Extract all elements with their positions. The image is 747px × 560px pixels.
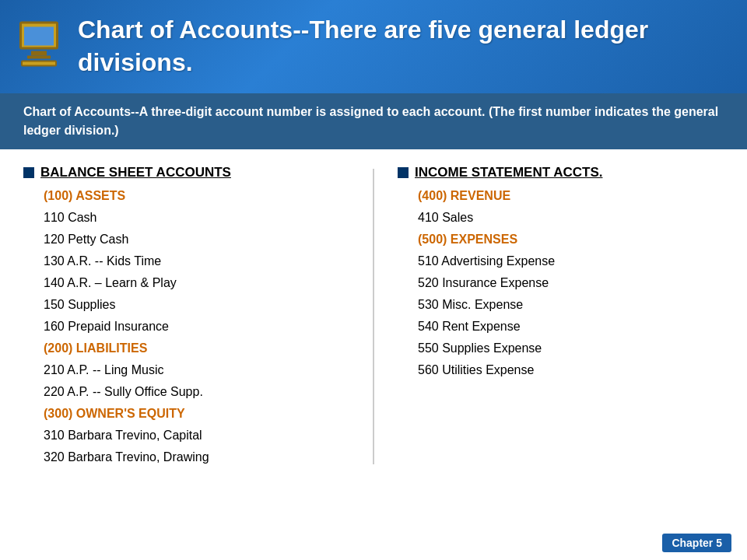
header-banner: Chart of Accounts--There are five genera…: [0, 0, 747, 93]
list-item: 160 Prepaid Insurance: [44, 316, 349, 338]
left-column-title: BALANCE SHEET ACCOUNTS: [40, 165, 231, 180]
list-item: (500) EXPENSES: [418, 229, 724, 250]
list-item: 310 Barbara Trevino, Capital: [44, 425, 349, 446]
page-number: Chapter 5: [662, 534, 731, 552]
list-item: 410 Sales: [418, 207, 724, 229]
left-column-header: BALANCE SHEET ACCOUNTS: [23, 165, 349, 180]
list-item: 220 A.P. -- Sully Office Supp.: [44, 381, 349, 403]
list-item: 130 A.R. -- Kids Time: [44, 250, 349, 272]
list-item: 530 Misc. Expense: [418, 294, 724, 316]
list-item: 210 A.P. -- Ling Music: [44, 359, 349, 381]
right-column-header: INCOME STATEMENT ACCTS.: [398, 165, 724, 180]
right-account-list: (400) REVENUE410 Sales(500) EXPENSES510 …: [418, 185, 724, 381]
list-item: 560 Utilities Expense: [418, 359, 724, 381]
list-item: 120 Petty Cash: [44, 229, 349, 250]
bullet-icon: [23, 167, 34, 178]
list-item: 550 Supplies Expense: [418, 338, 724, 359]
left-account-list: (100) ASSETS110 Cash120 Petty Cash130 A.…: [44, 185, 349, 468]
list-item: 150 Supplies: [44, 294, 349, 316]
sub-header-text: Chart of Accounts--A three-digit account…: [23, 105, 718, 137]
bullet-icon-right: [398, 167, 409, 178]
list-item: 520 Insurance Expense: [418, 272, 724, 294]
list-item: (100) ASSETS: [44, 185, 349, 207]
list-item: 510 Advertising Expense: [418, 250, 724, 272]
column-divider: [373, 169, 374, 464]
content-area: BALANCE SHEET ACCOUNTS (100) ASSETS110 C…: [0, 149, 747, 484]
computer-icon: [12, 18, 70, 76]
list-item: (200) LIABILITIES: [44, 338, 349, 359]
left-column: BALANCE SHEET ACCOUNTS (100) ASSETS110 C…: [23, 165, 349, 468]
list-item: 540 Rent Expense: [418, 316, 724, 338]
list-item: 320 Barbara Trevino, Drawing: [44, 446, 349, 468]
slide: 6 Chart of Accounts--There are five gene…: [0, 0, 747, 560]
slide-title: Chart of Accounts--There are five genera…: [78, 14, 724, 79]
list-item: 140 A.R. – Learn & Play: [44, 272, 349, 294]
sub-header: Chart of Accounts--A three-digit account…: [0, 93, 747, 149]
list-item: 110 Cash: [44, 207, 349, 229]
list-item: (300) OWNER'S EQUITY: [44, 403, 349, 425]
right-column: INCOME STATEMENT ACCTS. (400) REVENUE410…: [398, 165, 724, 468]
list-item: (400) REVENUE: [418, 185, 724, 207]
screen-icon: [19, 22, 58, 50]
right-column-title: INCOME STATEMENT ACCTS.: [415, 165, 602, 180]
